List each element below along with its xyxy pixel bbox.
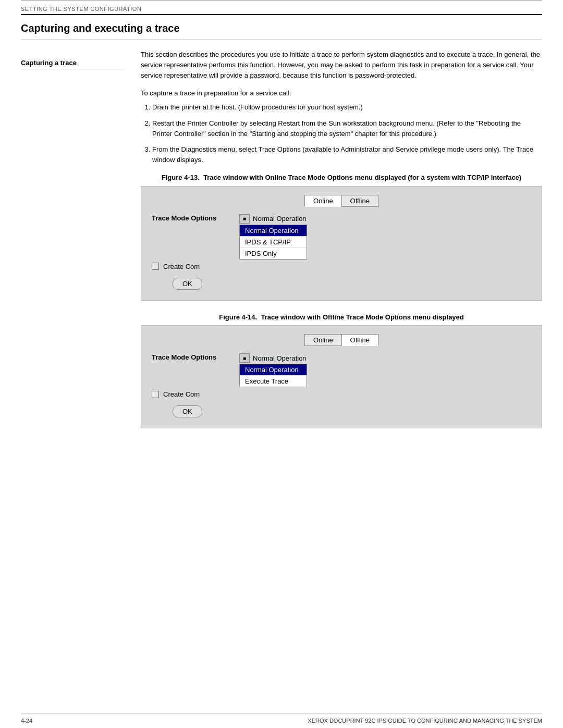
figure14-dropdown-icon: ■ — [239, 353, 250, 363]
fig13-tab-offline[interactable]: Offline — [341, 195, 378, 207]
figure14-num: Figure 4-14. — [219, 313, 257, 321]
figure14-dropdown-value: Normal Operation — [253, 354, 307, 362]
fig13-tab-online[interactable]: Online — [304, 195, 341, 207]
figure14-checkbox[interactable] — [152, 391, 159, 398]
page-header: SETTING THE SYSTEM CONFIGURATION — [0, 1, 563, 14]
figure14-dropdown-container: ■ Normal Operation Normal Operation Exec… — [239, 353, 307, 387]
figure14-trace-mode-label: Trace Mode Options — [152, 353, 235, 361]
figure13-dropdown-menu: Normal Operation IPDS & TCP/IP IPDS Only — [239, 225, 307, 260]
subsection-label: Capturing a trace — [21, 59, 125, 67]
intro-text: This section describes the procedures yo… — [141, 50, 542, 81]
figure14-tabs: Online Offline — [304, 334, 378, 346]
figure13-caption: Figure 4-13. Trace window with Online Tr… — [141, 172, 542, 183]
step-2: Restart the Printer Controller by select… — [152, 118, 542, 139]
left-column: Capturing a trace — [21, 40, 136, 576]
figure13-checkbox-label: Create Com — [163, 263, 200, 270]
header-text: SETTING THE SYSTEM CONFIGURATION — [21, 6, 141, 12]
step-3: From the Diagnostics menu, select Trace … — [152, 144, 542, 165]
page-wrapper: SETTING THE SYSTEM CONFIGURATION Capturi… — [0, 0, 563, 728]
figure14-trace-mode-row: Trace Mode Options ■ Normal Operation No… — [152, 353, 531, 387]
figure14-content: Trace Mode Options ■ Normal Operation No… — [152, 353, 531, 417]
figure13-dropdown-value: Normal Operation — [253, 215, 307, 223]
figure14-menu-item-1[interactable]: Execute Trace — [240, 376, 307, 387]
right-column: This section describes the procedures yo… — [136, 40, 542, 576]
figure13-checkbox[interactable] — [152, 263, 159, 270]
fig14-tab-offline[interactable]: Offline — [341, 334, 378, 346]
content-area: Capturing a trace This section describes… — [0, 40, 563, 576]
figure13-content: Trace Mode Options ■ Normal Operation No… — [152, 214, 531, 290]
step-1: Drain the printer at the host. (Follow p… — [152, 102, 542, 113]
figure14-dropdown-menu: Normal Operation Execute Trace — [239, 364, 307, 387]
footer-doc-title: XEROX DOCUPRINT 92C IPS GUIDE TO CONFIGU… — [308, 718, 542, 724]
figure14-checkbox-row: Create Com — [152, 390, 531, 398]
figure14-box: Online Offline Trace Mode Options ■ Norm… — [141, 325, 542, 428]
figure13-dropdown-container: ■ Normal Operation Normal Operation IPDS… — [239, 214, 307, 260]
spacer — [0, 576, 563, 713]
fig14-tab-online[interactable]: Online — [304, 334, 341, 346]
figure13-menu-item-0[interactable]: Normal Operation — [240, 225, 307, 237]
figure13-desc: Trace window with Online Trace Mode Opti… — [203, 174, 521, 181]
figure14-ok-button[interactable]: OK — [173, 405, 202, 417]
figure14-caption: Figure 4-14. Trace window with Offline T… — [141, 312, 542, 323]
footer: 4-24 XEROX DOCUPRINT 92C IPS GUIDE TO CO… — [0, 713, 563, 728]
figure13-menu-item-2[interactable]: IPDS Only — [240, 248, 307, 259]
figure13-trace-mode-label: Trace Mode Options — [152, 214, 235, 222]
footer-page-num: 4-24 — [21, 718, 32, 724]
figure14-checkbox-label: Create Com — [163, 390, 200, 398]
page-title: Capturing and executing a trace — [0, 15, 563, 40]
figure13-dropdown-trigger: ■ Normal Operation — [239, 214, 307, 224]
figure14-menu-item-0[interactable]: Normal Operation — [240, 364, 307, 376]
figure13-trace-mode-row: Trace Mode Options ■ Normal Operation No… — [152, 214, 531, 260]
steps-list: Drain the printer at the host. (Follow p… — [152, 102, 542, 165]
figure13-box: Online Offline Trace Mode Options ■ Norm… — [141, 186, 542, 301]
figure13-checkbox-row: Create Com — [152, 263, 531, 270]
figure13-dropdown-icon: ■ — [239, 214, 250, 224]
figure14-dropdown-trigger: ■ Normal Operation — [239, 353, 307, 363]
subsection-rule — [21, 69, 125, 69]
figure13-tabs: Online Offline — [304, 195, 378, 207]
step-intro: To capture a trace in preparation for a … — [141, 89, 542, 97]
figure13-ok-button[interactable]: OK — [173, 278, 202, 290]
figure14-desc: Trace window with Offline Trace Mode Opt… — [261, 313, 463, 321]
figure13-menu-item-1[interactable]: IPDS & TCP/IP — [240, 237, 307, 248]
figure13-num: Figure 4-13. — [162, 174, 200, 181]
